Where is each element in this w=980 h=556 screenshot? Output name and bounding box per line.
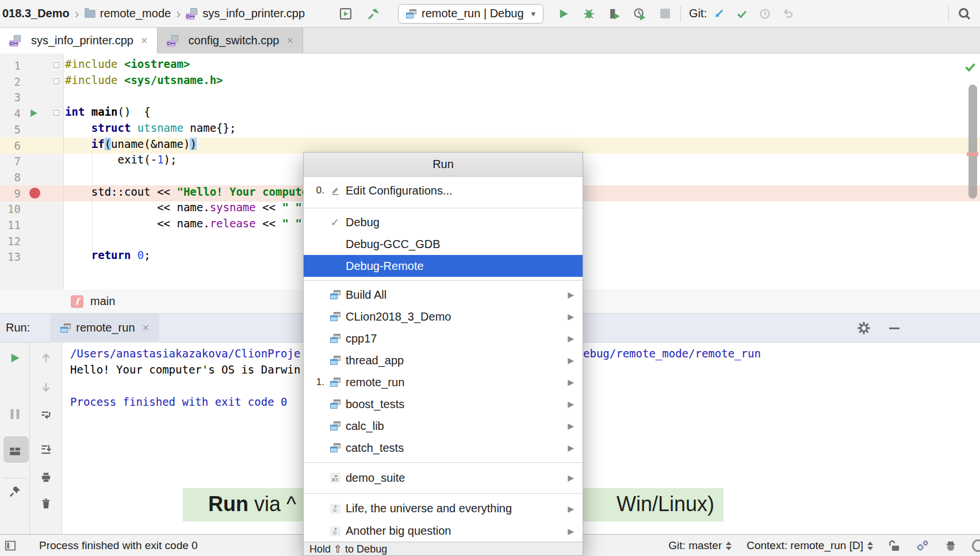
profiler-button[interactable] — [631, 5, 648, 22]
toolbar-divider — [3, 439, 27, 440]
line-number: 6 — [3, 138, 21, 154]
toolbar-separator — [948, 6, 949, 22]
clear-all-icon[interactable] — [40, 498, 52, 509]
fold-marker[interactable] — [53, 110, 59, 116]
close-icon[interactable]: × — [143, 321, 150, 334]
rollback-icon[interactable] — [779, 5, 797, 22]
run-config-label: remote_run | Debug — [422, 7, 524, 20]
run-config-selector[interactable]: remote_run | Debug ▾ — [398, 4, 543, 24]
app-window-icon — [330, 290, 340, 299]
status-message[interactable]: Process finished with exit code 0 — [39, 539, 198, 552]
menu-item-label: remote_run — [346, 376, 404, 389]
chevron-icon: › — [176, 7, 181, 21]
menu-item-demo-suite[interactable]: ◂▸BT demo_suite ▶ — [304, 466, 583, 490]
submenu-arrow-icon: ▶ — [568, 527, 583, 536]
submenu-arrow-icon: ▶ — [568, 443, 583, 452]
hector-inspector-icon[interactable] — [944, 539, 957, 552]
close-icon[interactable]: × — [286, 34, 293, 47]
debug-button[interactable] — [580, 5, 598, 22]
print-icon[interactable] — [40, 471, 52, 483]
background-tasks-gears-icon[interactable] — [916, 539, 929, 553]
scrollbar-error-stripe — [967, 153, 978, 156]
menu-item-cpp17[interactable]: cpp17 ▶ — [304, 327, 583, 349]
run-context-widget[interactable]: Context: remote_run [D] — [747, 539, 873, 552]
git-update-button[interactable] — [710, 5, 728, 22]
function-name[interactable]: main — [90, 295, 115, 308]
menu-item-debug-gcc-gdb[interactable]: Debug-GCC_GDB — [304, 233, 583, 255]
menu-item-calc-lib[interactable]: calc_lib ▶ — [304, 415, 583, 437]
submenu-arrow-icon: ▶ — [568, 421, 583, 431]
toolbar-divider — [3, 478, 27, 478]
tab-label: config_switch.cpp — [189, 34, 280, 47]
code-line: << name.sysname << " " — [65, 201, 302, 217]
menu-item-label: Another big question — [346, 524, 451, 538]
console-line-path: /Users/anastasiakazakova/ClionProje — [70, 345, 300, 361]
line-number: 1 — [3, 58, 21, 74]
code-line: #include <iostream> — [65, 58, 190, 74]
readonly-lock-icon[interactable] — [888, 539, 901, 552]
mnemonic: 0. — [311, 185, 324, 196]
updown-arrows-icon — [867, 542, 873, 550]
toolwindow-toggle-icon[interactable] — [5, 540, 16, 551]
updown-arrows-icon — [726, 542, 732, 550]
gear-icon[interactable] — [857, 321, 871, 335]
main-toolbar: 018.3_Demo › remote_mode › C++ sys_info_… — [0, 0, 980, 28]
up-stack-icon[interactable] — [40, 352, 52, 364]
breadcrumb-folder[interactable]: remote_mode — [100, 7, 171, 20]
run-with-coverage-icon[interactable] — [606, 5, 623, 22]
scroll-to-end-icon[interactable] — [40, 444, 52, 455]
pencil-icon — [330, 185, 340, 196]
line-number: 13 — [3, 249, 21, 265]
restore-layout-icon[interactable] — [9, 446, 21, 456]
pause-output-icon[interactable] — [11, 409, 20, 419]
menu-item-debug[interactable]: ✓ Debug — [304, 211, 583, 233]
menu-item-label: Debug — [346, 216, 380, 229]
menu-item-label: Debug-Remote — [346, 260, 424, 273]
line-number: 11 — [3, 217, 21, 233]
menu-item-debug-remote[interactable]: Debug-Remote — [304, 255, 583, 277]
submenu-arrow-icon: ▶ — [568, 473, 583, 482]
rerun-button[interactable] — [9, 352, 21, 364]
inspections-ok-icon[interactable] — [964, 60, 977, 73]
close-icon[interactable]: × — [141, 34, 148, 47]
run-button[interactable] — [555, 5, 572, 22]
minimize-icon[interactable] — [889, 327, 899, 329]
editor-scrollbar[interactable] — [968, 85, 977, 199]
menu-item-another-big-question[interactable]: ▸C Another big question ▶ — [304, 520, 583, 542]
line-number: 2 — [3, 74, 21, 90]
menu-item-edit-configurations[interactable]: 0. Edit Configurations... — [304, 178, 583, 203]
fold-marker[interactable] — [53, 62, 59, 68]
run-console-tab[interactable]: remote_run × — [50, 314, 159, 342]
menu-item-label: catch_tests — [346, 441, 404, 455]
menu-item-remote-run[interactable]: 1. remote_run ▶ — [304, 371, 583, 393]
breadcrumb-file[interactable]: sys_info_printer.cpp — [202, 7, 305, 20]
menu-item-boost-tests[interactable]: boost_tests ▶ — [304, 393, 583, 415]
menu-item-build-all[interactable]: Build All ▶ — [304, 284, 583, 306]
submenu-arrow-icon: ▶ — [568, 356, 583, 365]
menu-item-label: cpp17 — [346, 332, 377, 345]
run-gutter-icon[interactable] — [29, 108, 39, 118]
fold-marker[interactable] — [53, 78, 59, 84]
menu-item-clion2018-3-demo[interactable]: CLion2018_3_Demo ▶ — [304, 306, 583, 327]
history-icon[interactable] — [756, 5, 774, 22]
tab-config-switch[interactable]: C++ config_switch.cpp × — [158, 28, 304, 54]
git-branch-widget[interactable]: Git: master — [668, 539, 732, 552]
git-commit-button[interactable] — [733, 5, 751, 22]
down-stack-icon[interactable] — [40, 382, 52, 393]
menu-item-catch-tests[interactable]: catch_tests ▶ — [304, 437, 583, 459]
pin-tab-icon[interactable] — [9, 485, 21, 498]
menu-item-thread-app[interactable]: thread_app ▶ — [304, 349, 583, 371]
breakpoint-icon[interactable] — [29, 188, 40, 199]
soft-wrap-icon[interactable] — [40, 409, 52, 421]
stop-button[interactable] — [656, 5, 673, 22]
breadcrumb-project[interactable]: 018.3_Demo — [2, 7, 70, 20]
menu-item-life-universe[interactable]: ▸C Life, the universe and everything ▶ — [304, 497, 583, 520]
tab-sys-info-printer[interactable]: C++ sys_info_printer.cpp × — [0, 28, 158, 54]
build-hammer-icon[interactable] — [365, 5, 382, 22]
search-everywhere-icon[interactable] — [956, 5, 973, 22]
search-ring-icon[interactable] — [972, 539, 980, 552]
line-number: 8 — [3, 169, 21, 185]
run-anything-icon[interactable] — [337, 5, 354, 22]
editor-tab-bar: C++ sys_info_printer.cpp × C++ config_sw… — [0, 28, 980, 54]
menu-item-label: demo_suite — [346, 471, 405, 485]
